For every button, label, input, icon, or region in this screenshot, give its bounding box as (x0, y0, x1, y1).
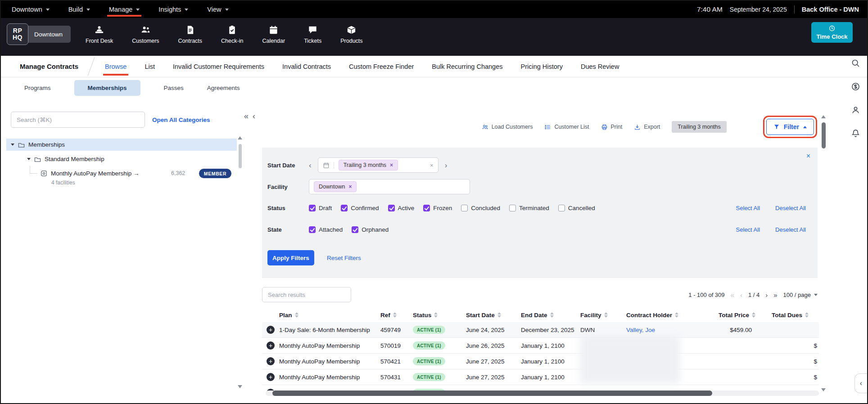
subtab-programs[interactable]: Programs (24, 85, 51, 91)
column-ref[interactable]: Ref (380, 312, 413, 319)
vertical-scrollbar[interactable] (820, 115, 827, 391)
last-page-icon[interactable]: » (773, 291, 777, 299)
scrollbar-thumb[interactable] (239, 144, 242, 168)
tab-pricing-history[interactable]: Pricing History (520, 63, 562, 70)
next-page-icon[interactable]: › (765, 291, 768, 299)
nav-customers[interactable]: Customers (129, 22, 162, 44)
facility-chip[interactable]: Downtown × (314, 181, 357, 192)
status-deselect-all-link[interactable]: Deselect All (775, 205, 806, 211)
tree-node-monthly-autopay[interactable]: Monthly AutoPay Membership → 4 facilitie… (36, 169, 246, 186)
subtab-passes[interactable]: Passes (164, 85, 184, 91)
tree-node-standard-membership[interactable]: Standard Membership (23, 153, 246, 165)
apply-filters-button[interactable]: Apply Filters (267, 250, 314, 265)
results-search-input[interactable] (262, 287, 351, 302)
contract-holder-link[interactable]: Valley, Joe (626, 327, 719, 333)
status-checkbox-terminated[interactable]: Terminated (509, 205, 549, 211)
time-clock-button[interactable]: Time Clock (811, 22, 853, 43)
expand-row-icon[interactable] (267, 373, 275, 381)
status-checkbox-frozen[interactable]: Frozen (423, 205, 452, 211)
status-checkbox-cancelled[interactable]: Cancelled (558, 205, 595, 211)
chevron-down-icon[interactable] (11, 144, 14, 146)
status-checkbox-draft[interactable]: Draft (309, 205, 332, 211)
column-contract-holder[interactable]: Contract Holder (626, 312, 719, 319)
next-range-icon[interactable]: › (445, 162, 448, 169)
chip-remove-icon[interactable]: × (348, 184, 352, 190)
column-start-date[interactable]: Start Date (466, 312, 521, 319)
sort-icon[interactable] (434, 312, 438, 318)
status-select-all-link[interactable]: Select All (736, 205, 760, 211)
status-checkbox-concluded[interactable]: Concluded (461, 205, 500, 211)
column-facility[interactable]: Facility (580, 312, 626, 319)
nav-calendar[interactable]: Calendar (259, 22, 288, 44)
subtab-agreements[interactable]: Agreements (207, 85, 240, 91)
billing-dollar-icon[interactable] (851, 82, 860, 91)
nav-front-desk[interactable]: Front Desk (83, 22, 116, 44)
clear-date-icon[interactable]: × (430, 162, 434, 169)
start-date-control[interactable]: Trailing 3 months × × (318, 157, 439, 173)
collapse-right-panel-toggle[interactable]: ‹ (854, 373, 867, 393)
tab-browse[interactable]: Browse (105, 63, 127, 70)
state-deselect-all-link[interactable]: Deselect All (775, 226, 806, 233)
sidebar-scrollbar[interactable] (237, 136, 243, 388)
global-search-icon[interactable] (851, 58, 860, 68)
sort-icon[interactable] (805, 312, 809, 318)
status-checkbox-confirmed[interactable]: Confirmed (341, 205, 379, 211)
scrollbar-thumb[interactable] (822, 122, 826, 148)
menu-manage[interactable]: Manage (109, 6, 140, 13)
reset-filters-link[interactable]: Reset Filters (327, 255, 361, 261)
table-row[interactable]: 1-Day Sale: 6-Month Membership 459749 AC… (262, 322, 819, 338)
expand-row-icon[interactable] (267, 341, 275, 350)
scroll-up-icon[interactable] (821, 115, 826, 118)
start-date-chip[interactable]: Trailing 3 months × (339, 160, 398, 171)
previous-page-icon[interactable]: ‹ (740, 291, 742, 299)
expand-row-icon[interactable] (267, 326, 275, 334)
column-end-date[interactable]: End Date (521, 312, 580, 319)
menu-view[interactable]: View (207, 6, 228, 13)
plan-link[interactable]: Monthly AutoPay Membership → (51, 170, 140, 177)
tab-dues-review[interactable]: Dues Review (581, 63, 619, 70)
menu-insights[interactable]: Insights (158, 6, 188, 13)
scroll-down-icon[interactable] (821, 388, 826, 391)
notifications-bell-icon[interactable] (851, 129, 860, 138)
sort-icon[interactable] (675, 312, 678, 318)
scroll-up-icon[interactable] (238, 136, 242, 139)
table-row[interactable]: Monthly AutoPay Membership 570421 ACTIVE… (262, 354, 819, 369)
table-row[interactable]: Monthly AutoPay Membership 570431 ACTIVE… (262, 369, 819, 385)
tab-custom-freeze-finder[interactable]: Custom Freeze Finder (349, 63, 414, 70)
load-customers-button[interactable]: Load Customers (482, 124, 533, 130)
nav-products[interactable]: Products (338, 22, 365, 44)
column-plan[interactable]: Plan (279, 312, 380, 319)
sort-icon[interactable] (393, 312, 397, 318)
tree-node-memberships[interactable]: Memberships (6, 139, 237, 151)
column-status[interactable]: Status (413, 312, 466, 319)
facility-selector-button[interactable]: Downtown (23, 26, 71, 43)
menu-downtown[interactable]: Downtown (12, 6, 50, 13)
state-checkbox-attached[interactable]: Attached (309, 226, 343, 233)
filter-button[interactable]: Filter (766, 119, 814, 135)
tab-invalid-customer-requirements[interactable]: Invalid Customer Requirements (173, 63, 264, 70)
nav-tickets[interactable]: Tickets (301, 22, 324, 44)
subtab-memberships[interactable]: Memberships (74, 80, 140, 96)
export-button[interactable]: Export (634, 124, 660, 130)
scroll-down-icon[interactable] (238, 385, 242, 388)
page-size-select[interactable]: 100 / page (783, 292, 818, 298)
state-checkbox-orphaned[interactable]: Orphaned (352, 226, 389, 233)
state-select-all-link[interactable]: Select All (736, 226, 760, 233)
status-checkbox-active[interactable]: Active (388, 205, 415, 211)
column-total-price[interactable]: Total Price (719, 312, 772, 319)
nav-check-in[interactable]: Check-in (218, 22, 246, 44)
print-button[interactable]: Print (601, 124, 623, 130)
sort-icon[interactable] (604, 312, 608, 318)
scrollbar-thumb[interactable] (272, 391, 712, 396)
calendar-picker-button[interactable] (323, 162, 334, 169)
expand-row-icon[interactable] (267, 357, 275, 365)
column-total-dues[interactable]: Total Dues (772, 312, 819, 319)
app-logo[interactable]: RP HQ (7, 23, 28, 45)
first-page-icon[interactable]: « (731, 291, 734, 299)
open-all-categories-button[interactable]: Open All Categories (152, 117, 210, 123)
profile-person-icon[interactable] (851, 105, 860, 115)
sort-icon[interactable] (295, 312, 298, 318)
sidebar-search-input[interactable] (11, 112, 145, 128)
collapse-sidebar-icon[interactable]: « (244, 112, 249, 120)
horizontal-scrollbar[interactable] (266, 391, 819, 396)
